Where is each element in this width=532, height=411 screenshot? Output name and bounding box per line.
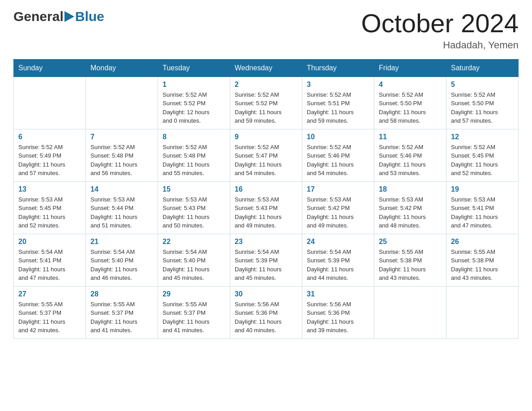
calendar-cell: 28Sunrise: 5:55 AM Sunset: 5:37 PM Dayli… bbox=[86, 286, 158, 338]
calendar-cell: 13Sunrise: 5:53 AM Sunset: 5:45 PM Dayli… bbox=[14, 181, 86, 234]
day-number: 4 bbox=[379, 81, 442, 89]
location-subtitle: Hadadah, Yemen bbox=[361, 39, 519, 51]
calendar-cell: 5Sunrise: 5:52 AM Sunset: 5:50 PM Daylig… bbox=[446, 77, 519, 129]
calendar-cell: 7Sunrise: 5:52 AM Sunset: 5:48 PM Daylig… bbox=[86, 129, 158, 181]
day-info: Sunrise: 5:55 AM Sunset: 5:37 PM Dayligh… bbox=[163, 300, 225, 335]
calendar-cell: 15Sunrise: 5:53 AM Sunset: 5:43 PM Dayli… bbox=[158, 181, 230, 234]
calendar-cell: 26Sunrise: 5:55 AM Sunset: 5:38 PM Dayli… bbox=[446, 234, 519, 286]
calendar-cell: 17Sunrise: 5:53 AM Sunset: 5:42 PM Dayli… bbox=[302, 181, 374, 234]
day-number: 21 bbox=[90, 238, 153, 246]
day-info: Sunrise: 5:53 AM Sunset: 5:43 PM Dayligh… bbox=[163, 195, 225, 230]
logo-blue-text: Blue bbox=[75, 9, 104, 24]
calendar-cell: 6Sunrise: 5:52 AM Sunset: 5:49 PM Daylig… bbox=[14, 129, 86, 181]
day-info: Sunrise: 5:53 AM Sunset: 5:45 PM Dayligh… bbox=[18, 195, 81, 230]
day-info: Sunrise: 5:52 AM Sunset: 5:50 PM Dayligh… bbox=[451, 90, 514, 125]
day-number: 26 bbox=[451, 238, 514, 246]
svg-marker-0 bbox=[64, 11, 74, 22]
calendar-cell: 2Sunrise: 5:52 AM Sunset: 5:52 PM Daylig… bbox=[230, 77, 302, 129]
day-info: Sunrise: 5:54 AM Sunset: 5:40 PM Dayligh… bbox=[163, 248, 225, 283]
day-number: 19 bbox=[451, 185, 514, 193]
day-info: Sunrise: 5:52 AM Sunset: 5:45 PM Dayligh… bbox=[451, 143, 514, 178]
day-number: 18 bbox=[379, 185, 442, 193]
day-number: 28 bbox=[90, 290, 153, 298]
calendar-cell bbox=[374, 286, 446, 338]
calendar-header-friday: Friday bbox=[374, 59, 446, 77]
logo: General Blue bbox=[13, 9, 104, 24]
day-number: 10 bbox=[307, 133, 369, 141]
day-info: Sunrise: 5:53 AM Sunset: 5:44 PM Dayligh… bbox=[90, 195, 153, 230]
calendar-cell: 23Sunrise: 5:54 AM Sunset: 5:39 PM Dayli… bbox=[230, 234, 302, 286]
calendar-week-row: 20Sunrise: 5:54 AM Sunset: 5:41 PM Dayli… bbox=[14, 234, 519, 286]
calendar-cell: 21Sunrise: 5:54 AM Sunset: 5:40 PM Dayli… bbox=[86, 234, 158, 286]
logo-general-text: General bbox=[13, 9, 64, 24]
day-number: 31 bbox=[307, 290, 369, 298]
calendar-cell: 11Sunrise: 5:52 AM Sunset: 5:46 PM Dayli… bbox=[374, 129, 446, 181]
calendar-week-row: 6Sunrise: 5:52 AM Sunset: 5:49 PM Daylig… bbox=[14, 129, 519, 181]
calendar-cell: 18Sunrise: 5:53 AM Sunset: 5:42 PM Dayli… bbox=[374, 181, 446, 234]
day-number: 3 bbox=[307, 81, 369, 89]
day-info: Sunrise: 5:52 AM Sunset: 5:52 PM Dayligh… bbox=[235, 90, 297, 125]
calendar-cell: 25Sunrise: 5:55 AM Sunset: 5:38 PM Dayli… bbox=[374, 234, 446, 286]
day-number: 8 bbox=[163, 133, 225, 141]
day-info: Sunrise: 5:53 AM Sunset: 5:43 PM Dayligh… bbox=[235, 195, 297, 230]
day-info: Sunrise: 5:54 AM Sunset: 5:39 PM Dayligh… bbox=[235, 248, 297, 283]
day-info: Sunrise: 5:52 AM Sunset: 5:51 PM Dayligh… bbox=[307, 90, 369, 125]
day-number: 2 bbox=[235, 81, 297, 89]
day-info: Sunrise: 5:52 AM Sunset: 5:48 PM Dayligh… bbox=[163, 143, 225, 178]
day-info: Sunrise: 5:52 AM Sunset: 5:46 PM Dayligh… bbox=[379, 143, 442, 178]
calendar-cell: 16Sunrise: 5:53 AM Sunset: 5:43 PM Dayli… bbox=[230, 181, 302, 234]
day-number: 30 bbox=[235, 290, 297, 298]
day-number: 24 bbox=[307, 238, 369, 246]
day-number: 13 bbox=[18, 185, 81, 193]
calendar-cell: 30Sunrise: 5:56 AM Sunset: 5:36 PM Dayli… bbox=[230, 286, 302, 338]
day-info: Sunrise: 5:56 AM Sunset: 5:36 PM Dayligh… bbox=[235, 300, 297, 335]
logo-chevron-icon bbox=[64, 11, 74, 22]
calendar-header-monday: Monday bbox=[86, 59, 158, 77]
day-info: Sunrise: 5:53 AM Sunset: 5:42 PM Dayligh… bbox=[379, 195, 442, 230]
day-info: Sunrise: 5:55 AM Sunset: 5:38 PM Dayligh… bbox=[379, 248, 442, 283]
calendar-cell: 29Sunrise: 5:55 AM Sunset: 5:37 PM Dayli… bbox=[158, 286, 230, 338]
day-info: Sunrise: 5:54 AM Sunset: 5:40 PM Dayligh… bbox=[90, 248, 153, 283]
day-number: 14 bbox=[90, 185, 153, 193]
calendar-cell: 9Sunrise: 5:52 AM Sunset: 5:47 PM Daylig… bbox=[230, 129, 302, 181]
calendar-header-sunday: Sunday bbox=[14, 59, 86, 77]
calendar-cell: 24Sunrise: 5:54 AM Sunset: 5:39 PM Dayli… bbox=[302, 234, 374, 286]
day-info: Sunrise: 5:53 AM Sunset: 5:41 PM Dayligh… bbox=[451, 195, 514, 230]
day-info: Sunrise: 5:55 AM Sunset: 5:37 PM Dayligh… bbox=[18, 300, 81, 335]
calendar-cell: 14Sunrise: 5:53 AM Sunset: 5:44 PM Dayli… bbox=[86, 181, 158, 234]
calendar-week-row: 1Sunrise: 5:52 AM Sunset: 5:52 PM Daylig… bbox=[14, 77, 519, 129]
calendar-cell: 22Sunrise: 5:54 AM Sunset: 5:40 PM Dayli… bbox=[158, 234, 230, 286]
day-number: 6 bbox=[18, 133, 81, 141]
day-info: Sunrise: 5:52 AM Sunset: 5:50 PM Dayligh… bbox=[379, 90, 442, 125]
month-title: October 2024 bbox=[361, 9, 519, 38]
calendar-cell: 1Sunrise: 5:52 AM Sunset: 5:52 PM Daylig… bbox=[158, 77, 230, 129]
day-number: 20 bbox=[18, 238, 81, 246]
calendar-cell bbox=[446, 286, 519, 338]
day-number: 12 bbox=[451, 133, 514, 141]
calendar-cell: 31Sunrise: 5:56 AM Sunset: 5:36 PM Dayli… bbox=[302, 286, 374, 338]
day-number: 22 bbox=[163, 238, 225, 246]
day-number: 7 bbox=[90, 133, 153, 141]
calendar-cell: 3Sunrise: 5:52 AM Sunset: 5:51 PM Daylig… bbox=[302, 77, 374, 129]
day-number: 16 bbox=[235, 185, 297, 193]
day-info: Sunrise: 5:55 AM Sunset: 5:37 PM Dayligh… bbox=[90, 300, 153, 335]
day-info: Sunrise: 5:52 AM Sunset: 5:48 PM Dayligh… bbox=[90, 143, 153, 178]
calendar-cell: 19Sunrise: 5:53 AM Sunset: 5:41 PM Dayli… bbox=[446, 181, 519, 234]
calendar-cell: 4Sunrise: 5:52 AM Sunset: 5:50 PM Daylig… bbox=[374, 77, 446, 129]
day-info: Sunrise: 5:52 AM Sunset: 5:47 PM Dayligh… bbox=[235, 143, 297, 178]
day-number: 17 bbox=[307, 185, 369, 193]
calendar-week-row: 27Sunrise: 5:55 AM Sunset: 5:37 PM Dayli… bbox=[14, 286, 519, 338]
day-number: 5 bbox=[451, 81, 514, 89]
calendar-cell bbox=[86, 77, 158, 129]
calendar-header-tuesday: Tuesday bbox=[158, 59, 230, 77]
day-number: 29 bbox=[163, 290, 225, 298]
calendar-header-thursday: Thursday bbox=[302, 59, 374, 77]
day-number: 9 bbox=[235, 133, 297, 141]
day-info: Sunrise: 5:52 AM Sunset: 5:52 PM Dayligh… bbox=[163, 90, 225, 125]
header: General Blue October 2024 Hadadah, Yemen bbox=[13, 9, 519, 51]
day-info: Sunrise: 5:52 AM Sunset: 5:49 PM Dayligh… bbox=[18, 143, 81, 178]
calendar-cell: 10Sunrise: 5:52 AM Sunset: 5:46 PM Dayli… bbox=[302, 129, 374, 181]
calendar-table: SundayMondayTuesdayWednesdayThursdayFrid… bbox=[13, 59, 519, 339]
day-number: 25 bbox=[379, 238, 442, 246]
day-info: Sunrise: 5:52 AM Sunset: 5:46 PM Dayligh… bbox=[307, 143, 369, 178]
